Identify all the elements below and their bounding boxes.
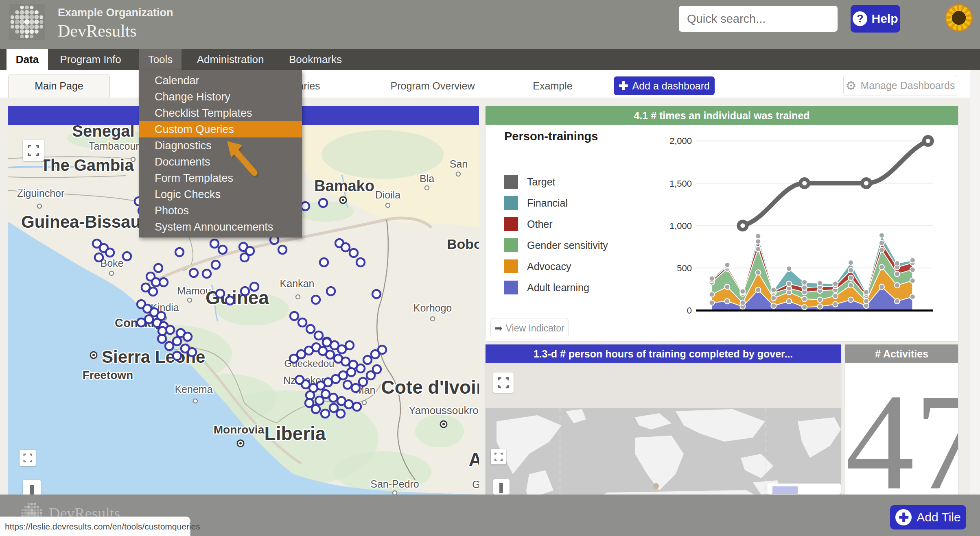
map-marker[interactable] (173, 337, 181, 345)
map-marker[interactable] (312, 405, 320, 413)
map-marker[interactable] (212, 261, 220, 269)
map-extent-button[interactable] (20, 450, 36, 466)
devresults-logo-icon[interactable] (9, 4, 45, 40)
menu-item-photos[interactable]: Photos (139, 203, 302, 219)
menu-item-system-announcements[interactable]: System Announcements (139, 219, 302, 235)
map-marker[interactable] (345, 400, 353, 408)
map-label: A (468, 449, 479, 470)
map-marker[interactable] (312, 296, 320, 304)
map-label: Ziguinchor (17, 187, 65, 199)
map-marker[interactable] (165, 342, 173, 350)
map-marker[interactable] (346, 341, 354, 349)
dashboard-tab-example[interactable]: Example (504, 74, 602, 98)
map-marker[interactable] (373, 365, 381, 373)
menu-item-custom-queries[interactable]: Custom Queries (139, 121, 302, 137)
map-fullscreen-button[interactable] (23, 140, 44, 161)
map-marker[interactable] (320, 258, 328, 266)
map-marker[interactable] (350, 249, 358, 257)
map-marker[interactable] (95, 253, 103, 261)
map-marker[interactable] (290, 312, 298, 320)
map-marker[interactable] (106, 248, 114, 257)
map-marker[interactable] (175, 248, 184, 256)
menu-item-logic-checks[interactable]: Logic Checks (139, 186, 302, 203)
mini-map-zoom-in-button[interactable] (493, 479, 510, 495)
map-marker[interactable] (357, 258, 365, 266)
nav-tab-bookmarks[interactable]: Bookmarks (287, 49, 344, 70)
arrow-right-icon: ➡ (494, 323, 502, 334)
map-marker[interactable] (323, 338, 331, 346)
dashboard-tab-program-overview[interactable]: Program Overview (384, 74, 481, 98)
view-indicator-button[interactable]: ➡ View Indicator (490, 318, 569, 338)
map-marker[interactable] (250, 283, 258, 291)
nav-tab-data[interactable]: Data (7, 49, 48, 70)
map-marker[interactable] (210, 240, 219, 248)
map-marker[interactable] (190, 269, 198, 277)
map-marker[interactable] (123, 252, 131, 260)
indicator-tile-header: 4.1 # times an individual was trained (486, 106, 958, 125)
extent-icon (491, 449, 506, 464)
user-avatar[interactable] (945, 4, 973, 32)
map-marker[interactable] (278, 246, 287, 254)
help-button[interactable]: ? Help (851, 5, 900, 33)
extent-icon (20, 450, 36, 466)
map-marker[interactable] (315, 331, 323, 340)
map-marker[interactable] (321, 410, 329, 418)
map-marker[interactable] (326, 351, 334, 359)
mini-map-extent-button[interactable] (491, 449, 506, 464)
map-marker[interactable] (352, 384, 360, 392)
map-marker[interactable] (298, 318, 306, 327)
map-marker[interactable] (359, 378, 367, 386)
dashboard-tab-main-page[interactable]: Main Page (8, 74, 110, 98)
menu-item-change-history[interactable]: Change History (139, 89, 302, 105)
map-marker[interactable] (357, 364, 365, 373)
manage-dashboards-button[interactable]: ⚙ Manage Dashboards (843, 75, 957, 96)
map-marker[interactable] (295, 376, 304, 384)
add-dashboard-button[interactable]: ✚ Add a dashboard (614, 76, 715, 95)
map-marker[interactable] (241, 253, 249, 261)
map-marker[interactable] (341, 243, 350, 251)
nav-tab-administration[interactable]: Administration (195, 49, 265, 70)
map-marker[interactable] (173, 352, 181, 360)
map-marker[interactable] (158, 327, 166, 335)
indicator-tile: 4.1 # times an individual was trained Pe… (486, 106, 958, 341)
map-marker[interactable] (378, 346, 386, 354)
map-marker[interactable] (154, 264, 162, 272)
map-marker[interactable] (226, 296, 234, 305)
svg-text:2016 Q1: 2016 Q1 (741, 317, 775, 318)
nav-tab-tools[interactable]: Tools (139, 49, 182, 70)
mini-map-fullscreen-button[interactable] (493, 373, 514, 393)
map-marker[interactable] (306, 325, 315, 333)
map-marker[interactable] (203, 270, 211, 278)
map-marker[interactable] (184, 333, 192, 341)
menu-item-checklist-templates[interactable]: Checklist Templates (139, 105, 302, 121)
map-marker[interactable] (301, 202, 309, 210)
map-marker[interactable] (216, 290, 224, 298)
map-marker[interactable] (372, 290, 381, 298)
map-zoom-in-button[interactable] (23, 480, 41, 495)
map-marker[interactable] (337, 410, 345, 418)
nav-tab-program-info[interactable]: Program Info (57, 49, 124, 70)
map-marker[interactable] (347, 368, 355, 376)
page-scrollbar[interactable] (970, 70, 980, 536)
map-marker[interactable] (315, 397, 324, 405)
map-marker[interactable] (353, 403, 361, 411)
menu-item-calendar[interactable]: Calendar (139, 72, 302, 89)
map-label: Cote d'Ivoire (381, 377, 479, 398)
map-marker[interactable] (327, 287, 335, 295)
map-marker[interactable] (363, 356, 372, 364)
map-marker[interactable] (219, 246, 227, 254)
map-marker[interactable] (149, 288, 157, 296)
map-marker[interactable] (166, 326, 174, 334)
search-input[interactable] (686, 12, 841, 26)
map-marker[interactable] (160, 278, 168, 286)
map-marker[interactable] (137, 318, 145, 327)
quick-search-box[interactable] (679, 6, 838, 32)
map-marker[interactable] (188, 348, 196, 356)
map-marker[interactable] (343, 381, 352, 389)
map-label: Bobo-Dioulasso (447, 236, 479, 252)
add-tile-button[interactable]: ✚ Add Tile (890, 505, 966, 529)
mini-world-map[interactable] (486, 363, 841, 495)
map-marker[interactable] (329, 394, 337, 402)
map-marker[interactable] (241, 287, 249, 295)
map-marker[interactable] (319, 199, 327, 207)
